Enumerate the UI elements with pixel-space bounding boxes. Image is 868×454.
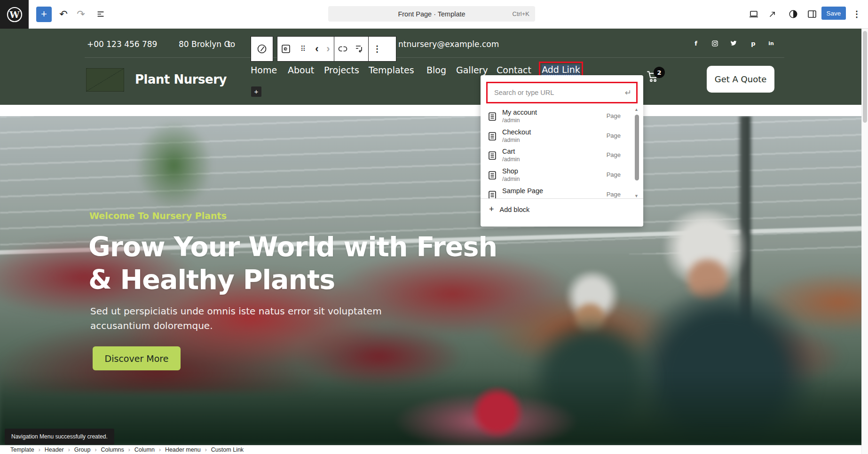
viewport-scrollbar-thumb[interactable] [863,31,867,123]
hero-paragraph: Sed ut perspiciatis unde omnis iste natu… [90,304,382,333]
page-icon [488,112,497,123]
redo-icon[interactable]: ↷ [74,8,87,21]
add-submenu-icon[interactable] [351,36,368,62]
search-annotation-box: ↵ [486,82,638,103]
document-title-bar[interactable]: Front Page · Template Ctrl+K [328,6,535,22]
breadcrumb-separator: › [39,446,40,453]
wordpress-logo-icon[interactable]: W [0,0,29,29]
link-suggestion-cart[interactable]: Cart /admin Page [481,146,643,166]
document-title: Front Page · Template [398,10,465,18]
suggestion-path: /admin [502,156,520,163]
return-arrow-icon: ↵ [625,88,631,98]
cart-count-badge: 2 [654,67,665,78]
suggestion-title: Sample Page [502,187,543,195]
linkedin-icon[interactable]: in [766,39,776,48]
hero-paragraph-line1: Sed ut perspiciatis unde omnis iste natu… [90,304,382,319]
add-block-button[interactable]: + Add block [481,199,643,220]
block-toolbar: ⠿ ‹ › ⋮ [277,36,396,62]
nav-item-about[interactable]: About [288,65,314,75]
options-kebab-icon[interactable]: ⋮ [850,8,863,21]
undo-icon[interactable]: ↶ [57,8,70,21]
breadcrumb-column[interactable]: Column [134,446,155,453]
suggestion-type: Page [607,112,621,119]
document-overview-icon[interactable] [94,8,107,21]
snackbar-notice[interactable]: Navigation Menu successfully created. [5,429,114,445]
nav-item-home[interactable]: Home [251,65,277,75]
link-search-input[interactable] [488,89,636,96]
breadcrumb-group[interactable]: Group [74,446,91,453]
block-options-kebab-icon[interactable]: ⋮ [369,36,386,62]
site-logo-placeholder[interactable] [86,68,124,92]
nav-item-blog[interactable]: Blog [426,65,446,75]
suggestion-type: Page [607,191,621,198]
breadcrumb-header[interactable]: Header [45,446,64,453]
link-icon[interactable] [334,36,351,62]
popup-scrollbar-thumb[interactable] [635,115,639,180]
instagram-icon[interactable] [710,39,719,48]
suggestion-path: /admin [502,176,520,182]
page-icon [488,190,497,198]
move-right-icon[interactable]: › [323,36,334,62]
keyboard-shortcut-hint: Ctrl+K [513,10,529,17]
site-header: +00 123 456 789 80 Broklyn Go t ntnurser… [0,29,868,105]
navigation-block-icon[interactable] [253,36,270,62]
link-suggestion-shop[interactable]: Shop /admin Page [481,166,643,186]
breadcrumb-separator: › [95,446,96,453]
pinterest-icon[interactable]: p [749,39,758,48]
breadcrumb-template[interactable]: Template [10,446,34,453]
suggestion-path: /admin [502,117,520,124]
breadcrumb-separator: › [68,446,70,453]
nav-item-gallery[interactable]: Gallery [456,65,488,75]
breadcrumb-header-menu[interactable]: Header menu [165,446,201,453]
viewport-scrollbar[interactable] [861,29,868,454]
popup-scroll-down-icon[interactable]: ▼ [634,194,639,198]
custom-link-block-icon[interactable] [277,36,294,62]
add-block-label: Add block [500,206,530,213]
save-button[interactable]: Save [821,7,846,20]
breadcrumb-separator: › [128,446,130,453]
hero-heading: Grow Your World with Fresh & Healthy Pla… [88,230,497,296]
nav-item-templates[interactable]: Templates [369,65,414,75]
twitter-icon[interactable] [729,39,738,48]
discover-more-button[interactable]: Discover More [93,346,181,370]
nav-item-contact[interactable]: Contact [497,65,531,75]
link-suggestion-checkout[interactable]: Checkout /admin Page [481,127,643,147]
link-suggestion-sample-page[interactable]: Sample Page Page [481,186,643,198]
nav-item-projects[interactable]: Projects [324,65,359,75]
move-left-icon[interactable]: ‹ [311,36,323,62]
hero-heading-line1: Grow Your World with Fresh [88,230,497,263]
view-site-external-icon[interactable] [766,8,779,21]
page-icon [488,151,497,162]
suggestion-path: /admin [502,137,520,143]
breadcrumb-separator: › [205,446,207,453]
inserter-toggle-button[interactable]: + [36,7,52,22]
hero-photo-red-flower [470,386,524,438]
suggestion-title: Shop [502,167,518,175]
breadcrumb-custom-link[interactable]: Custom Link [211,446,244,453]
breadcrumb-columns[interactable]: Columns [101,446,124,453]
drag-handle-icon[interactable]: ⠿ [294,36,311,62]
site-title[interactable]: Plant Nursery [135,72,227,86]
get-a-quote-button[interactable]: Get A Quote [707,66,774,93]
plus-icon: + [489,204,494,214]
link-suggestion-my-account[interactable]: My account /admin Page [481,107,643,127]
popup-scroll-up-icon[interactable]: ▲ [634,107,639,112]
screen: Welcome To Nursery Plants Grow Your Worl… [0,0,868,454]
view-devices-icon[interactable] [747,8,760,21]
nav-item-add-link[interactable]: Add Link [542,64,580,76]
email-text: ntnursery@example.com [398,39,499,49]
suggestion-title: Checkout [502,128,531,136]
suggestion-title: My account [502,109,537,116]
phone-number: +00 123 456 789 [87,39,157,49]
suggestion-title: Cart [502,148,515,155]
breadcrumb-separator: › [159,446,161,453]
facebook-icon[interactable]: f [691,39,701,48]
page-icon [488,132,497,143]
hero-photo-foliage [0,366,868,445]
hero-heading-line2: & Healthy Plants [88,263,497,296]
settings-sidebar-icon[interactable] [805,8,819,21]
editor-top-bar: W + ↶ ↷ Front Page · Template Ctrl+K [0,0,868,29]
header-divider [85,57,784,58]
block-appender-plus-button[interactable]: + [251,86,261,97]
style-book-contrast-icon[interactable] [787,8,800,21]
